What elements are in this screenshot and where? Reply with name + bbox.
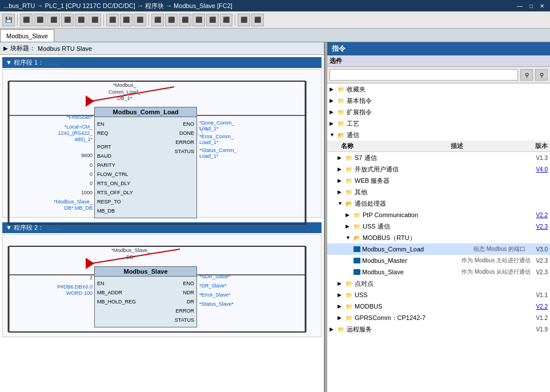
tb-btn14[interactable]: ⬛ xyxy=(206,14,219,26)
technology-label: 工艺 xyxy=(347,119,548,128)
tab-label: Modbus_Slave xyxy=(6,33,48,39)
window-controls: — □ ✕ xyxy=(515,3,547,9)
tree-other[interactable]: ▶ 📁 其他 xyxy=(327,186,550,198)
close-button[interactable]: ✕ xyxy=(537,3,547,9)
tree-basic[interactable]: ▶ 📁 基本指令 xyxy=(327,95,550,106)
collapse-icon[interactable]: ▶ xyxy=(3,45,8,51)
ptpcomm-arrow: ▶ xyxy=(346,212,354,218)
modbusslave-item-desc: 作为 Modbus 从站进行通信 xyxy=(461,268,531,276)
tb-btn7[interactable]: ⬛ xyxy=(106,14,119,26)
pin-rtsondly: RTS_ON_DLY xyxy=(95,179,135,188)
minimize-button[interactable]: — xyxy=(515,3,525,9)
webserver-arrow: ▶ xyxy=(338,178,346,183)
var-firstscan: *FirstScan* xyxy=(4,114,93,120)
tree-usscomm[interactable]: ▶ 📁 USS 通信 V2.3 xyxy=(327,221,550,232)
other-folder-icon: 📁 xyxy=(346,189,355,195)
communication-folder-icon: 📂 xyxy=(338,132,347,138)
search-button-1[interactable]: ⚲ xyxy=(520,69,533,81)
webserver-folder-icon: 📁 xyxy=(346,178,355,184)
block-header-label: 块标题： xyxy=(10,44,35,53)
instruction-tree[interactable]: ▶ 📁 收藏夹 ▶ 📁 基本指令 ▶ 📁 扩展指令 ▶ 📁 工艺 xyxy=(327,83,550,392)
s7comm-folder-icon: 📁 xyxy=(346,155,355,161)
modbus-ver[interactable]: V2.2 xyxy=(531,303,548,310)
modbusmaster-desc: 作为 Modbus 主站进行通信 xyxy=(461,257,531,265)
tb-btn2[interactable]: ⬛ xyxy=(34,14,46,26)
usscomm-ver[interactable]: V2.3 xyxy=(531,223,548,230)
tree-communication[interactable]: ▼ 📂 通信 xyxy=(327,129,550,141)
seg2-pin-error: ERROR xyxy=(168,306,196,315)
favorites-label: 收藏夹 xyxy=(347,85,548,94)
tree-extended[interactable]: ▶ 📁 扩展指令 xyxy=(327,106,550,118)
tree-remoteservice[interactable]: ▶ 📁 远程服务 V1.9 xyxy=(327,323,550,335)
modbusrtu-arrow: ▼ xyxy=(346,235,354,241)
opencomm-label: 开放式用户通信 xyxy=(355,165,473,174)
tb-btn13[interactable]: ⬛ xyxy=(192,14,205,26)
var-statuscomm: *Status_Comm_Load_1* xyxy=(199,147,237,159)
tb-save-btn[interactable]: 💾 xyxy=(2,14,15,26)
basic-folder-icon: 📁 xyxy=(338,98,347,104)
extended-folder-icon: 📁 xyxy=(338,109,347,115)
tb-btn15[interactable]: ⬛ xyxy=(220,14,232,26)
search-button-2[interactable]: ⚲ xyxy=(535,69,548,81)
tree-uss[interactable]: ▶ 📁 USS V1.1 xyxy=(327,289,550,301)
tree-opencomm[interactable]: ▶ 📁 开放式用户通信 V4.0 xyxy=(327,163,550,175)
ptpcomm-ver[interactable]: V2.2 xyxy=(531,212,548,218)
tb-btn10[interactable]: ⬛ xyxy=(151,14,164,26)
tree-webserver[interactable]: ▶ 📁 WEB 服务器 xyxy=(327,175,550,186)
opencomm-ver[interactable]: V4.0 xyxy=(531,166,548,173)
ladder-content[interactable]: ▼ 程序段 1： ...... www.datai.m xyxy=(0,55,324,392)
tree-s7comm[interactable]: ▶ 📁 S7 通信 V1.3 xyxy=(327,152,550,163)
svg-marker-6 xyxy=(86,95,94,107)
tb-btn17[interactable]: ⬛ xyxy=(251,14,264,26)
search-input[interactable] xyxy=(330,69,518,81)
tree-favorites[interactable]: ▶ 📁 收藏夹 xyxy=(327,83,550,95)
tree-modbusrtu[interactable]: ▼ 📂 MODBUS（RTU） xyxy=(327,232,550,243)
seg2-var-status: *Status_Slave* xyxy=(199,301,234,307)
tb-btn4[interactable]: ⬛ xyxy=(61,14,74,26)
seg2-ladder-area: *Modbus_Slave_DB* Modbus_Slave EN MB_ADD… xyxy=(2,234,322,337)
tb-btn12[interactable]: ⬛ xyxy=(179,14,191,26)
tb-btn6[interactable]: ⬛ xyxy=(89,14,101,26)
instructions-title: 指令 xyxy=(327,42,550,55)
tree-ptpcomm[interactable]: ▶ 📁 PtP Communication V2.2 xyxy=(327,209,550,221)
tree-modbusmaster[interactable]: Modbus_Master 作为 Modbus 主站进行通信 V2.3 xyxy=(327,255,550,266)
tree-modbusslave-item[interactable]: Modbus_Slave 作为 Modbus 从站进行通信 V2.3 xyxy=(327,266,550,278)
ptpcomm-label: PtP Communication xyxy=(363,211,473,218)
search-bar: ⚲ ⚲ xyxy=(327,67,550,83)
tree-technology[interactable]: ▶ 📁 工艺 xyxy=(327,118,550,129)
tb-btn16[interactable]: ⬛ xyxy=(238,14,250,26)
tb-btn11[interactable]: ⬛ xyxy=(165,14,178,26)
remoteservice-arrow: ▶ xyxy=(330,326,338,332)
tb-btn5[interactable]: ⬛ xyxy=(75,14,87,26)
s7comm-ver: V1.3 xyxy=(531,155,548,161)
other-label: 其他 xyxy=(355,188,548,197)
var-errorcomm: *Error_Comm_Load_1* xyxy=(199,134,234,145)
tb-btn3[interactable]: ⬛ xyxy=(47,14,60,26)
webserver-label: WEB 服务器 xyxy=(355,177,548,185)
segment-2-header[interactable]: ▼ 程序段 2： ...... xyxy=(2,222,322,233)
seg2-dots: ...... xyxy=(49,225,58,231)
pin-en: EN xyxy=(95,119,135,129)
tb-btn9[interactable]: ⬛ xyxy=(134,14,146,26)
tree-gprscomm[interactable]: ▶ 📁 GPRSComm：CP1242-7 V1.2 xyxy=(327,312,550,323)
tab-modbusslave[interactable]: Modbus_Slave xyxy=(0,29,54,42)
tree-modbus[interactable]: ▶ 📁 MODBUS V2.2 xyxy=(327,301,550,312)
maximize-button[interactable]: □ xyxy=(527,3,535,9)
tree-commprocessor[interactable]: ▼ 📂 通信处理器 xyxy=(327,198,550,209)
gprscomm-arrow: ▶ xyxy=(338,315,346,321)
commprocessor-label: 通信处理器 xyxy=(355,199,548,208)
var-0-3: 0 xyxy=(4,181,93,186)
usscomm-label: USS 通信 xyxy=(363,222,473,231)
other-arrow: ▶ xyxy=(338,189,346,195)
tb-btn1[interactable]: ⬛ xyxy=(20,14,33,26)
modbusmaster-label: Modbus_Master xyxy=(362,257,461,264)
pointtopoint-arrow: ▶ xyxy=(338,281,346,286)
tree-modbuscommload[interactable]: Modbus_Comm_Load 组态 Modbus 的端口 V3.0 xyxy=(327,243,550,255)
tab-bar: Modbus_Slave xyxy=(0,29,550,42)
tb-btn8[interactable]: ⬛ xyxy=(120,14,133,26)
tree-pointtopoint[interactable]: ▶ 📁 点对点 xyxy=(327,278,550,289)
technology-arrow: ▶ xyxy=(330,121,338,126)
segment-1-header[interactable]: ▼ 程序段 1： ...... xyxy=(2,57,322,68)
usscomm-arrow: ▶ xyxy=(346,223,354,229)
seg2-var-error: *Error_Slave* xyxy=(199,292,231,298)
